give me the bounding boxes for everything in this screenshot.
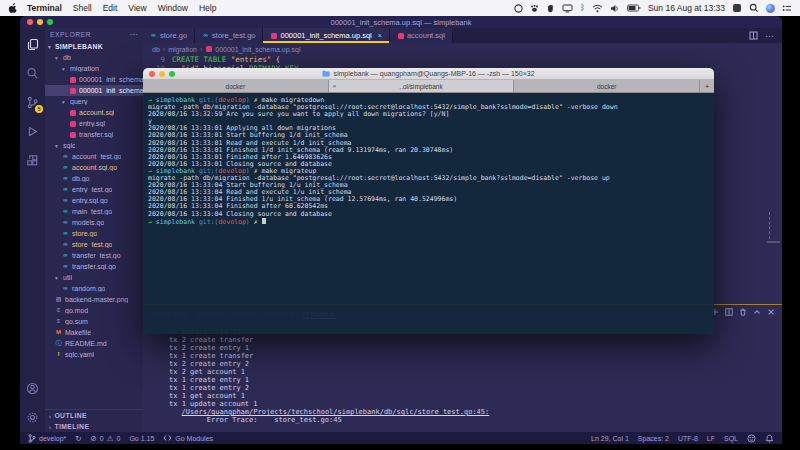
problems-indicator[interactable]: ⊘ 0 ⚠ 0 xyxy=(91,434,121,443)
feedback-smiley-icon[interactable] xyxy=(747,434,756,443)
close-window-button[interactable] xyxy=(27,19,33,25)
menu-view[interactable]: View xyxy=(128,3,146,13)
menu-extra-hand-icon[interactable] xyxy=(546,4,555,13)
settings-gear-icon[interactable] xyxy=(26,411,39,424)
status-ln-29-col-1[interactable]: Ln 29, Col 1 xyxy=(591,435,629,442)
status-lf[interactable]: LF xyxy=(707,435,715,442)
editor-tab[interactable]: 000001_init_schema.up.sql× xyxy=(263,28,389,43)
apple-menu[interactable] xyxy=(8,3,17,14)
tree-item[interactable]: account.sql xyxy=(45,107,143,118)
tree-item[interactable]: transfer.sql xyxy=(45,129,143,140)
close-panel-icon[interactable] xyxy=(767,308,775,316)
more-actions-icon[interactable]: ⋯ xyxy=(765,31,775,41)
run-debug-icon[interactable] xyxy=(26,125,39,138)
menu-window[interactable]: Window xyxy=(158,3,188,13)
menu-extra-paw-icon[interactable] xyxy=(530,4,539,13)
tree-item[interactable]: ▾query xyxy=(45,96,143,107)
wifi-icon[interactable] xyxy=(592,4,603,13)
split-terminal-icon[interactable] xyxy=(725,308,733,316)
source-control-icon[interactable]: 5 xyxy=(26,96,39,109)
volume-icon[interactable] xyxy=(610,4,620,13)
editor-tab[interactable]: ∞store.go xyxy=(143,28,195,43)
app-switcher-icon[interactable] xyxy=(732,3,742,13)
status-sql[interactable]: SQL xyxy=(724,435,738,442)
terminal-tab[interactable]: ×..ol/simplebank xyxy=(329,80,515,92)
tree-item[interactable]: MMakefile xyxy=(45,327,143,338)
tree-item[interactable]: ∞db.go xyxy=(45,173,143,184)
minimize-window-button[interactable] xyxy=(159,71,165,77)
terminal-tab[interactable]: docker xyxy=(514,80,700,92)
outline-section[interactable]: ›OUTLINE xyxy=(45,410,143,421)
tree-item[interactable]: ▾sqlc xyxy=(45,140,143,151)
git-branch-indicator[interactable]: develop* xyxy=(28,434,66,443)
menubar-clock[interactable]: Sun 16 Aug at 13:33 xyxy=(648,3,725,13)
close-window-button[interactable] xyxy=(149,71,155,77)
tree-item[interactable]: ≡go.mod xyxy=(45,305,143,316)
zoom-window-button[interactable] xyxy=(169,71,175,77)
tree-item[interactable]: ∞models.go xyxy=(45,217,143,228)
menu-edit[interactable]: Edit xyxy=(103,3,118,13)
tree-item[interactable]: ∞transfer_test.go xyxy=(45,250,143,261)
status-spaces-2[interactable]: Spaces: 2 xyxy=(638,435,669,442)
tree-item[interactable]: !sqlc.yaml xyxy=(45,349,143,360)
sync-icon[interactable]: ↻ xyxy=(75,434,81,443)
close-icon[interactable]: × xyxy=(378,32,382,39)
tree-item[interactable]: ∞entry_test.go xyxy=(45,184,143,195)
bluetooth-icon[interactable]: ᛒ xyxy=(580,4,585,12)
menu-help[interactable]: Help xyxy=(199,3,216,13)
zoom-window-button[interactable] xyxy=(47,19,53,25)
tree-item[interactable]: ⓘREADME.md xyxy=(45,338,143,349)
terminal-link[interactable]: /Users/quangpham/Projects/techschool/sim… xyxy=(169,408,782,416)
tree-item[interactable]: ▾util xyxy=(45,272,143,283)
go-modules-indicator[interactable]: Go Modules xyxy=(163,434,213,442)
close-icon[interactable]: × xyxy=(333,83,337,89)
tree-item[interactable]: ▾migration xyxy=(45,63,143,74)
maximize-panel-icon[interactable] xyxy=(753,308,761,316)
terminal-tab[interactable]: docker xyxy=(143,80,329,92)
tree-item[interactable]: 000001_init_schema.down.sql xyxy=(45,74,143,85)
editor-tab[interactable]: ∞store_test.go xyxy=(195,28,263,43)
minimize-window-button[interactable] xyxy=(37,19,43,25)
battery-icon[interactable] xyxy=(627,4,641,12)
terminal-output[interactable]: → simplebank git:(develop) ✗ make migrat… xyxy=(143,93,714,334)
split-editor-icon[interactable] xyxy=(749,31,758,40)
menu-extra-circle-icon[interactable] xyxy=(514,4,523,13)
spotlight-icon[interactable] xyxy=(749,3,759,13)
status-utf-8[interactable]: UTF-8 xyxy=(678,435,698,442)
new-tab-button[interactable]: + xyxy=(700,80,714,92)
tree-item[interactable]: ∞transfer.sql.go xyxy=(45,261,143,272)
breadcrumb-item[interactable]: migration xyxy=(168,46,197,53)
search-icon[interactable] xyxy=(26,67,39,80)
terminal-titlebar[interactable]: simplebank — quangpham@Quangs-MBP-16 — -… xyxy=(143,68,714,80)
menu-shell[interactable]: Shell xyxy=(73,3,92,13)
explorer-icon[interactable] xyxy=(26,38,39,51)
editor-tab[interactable]: account.sql xyxy=(390,28,453,43)
breadcrumb-item[interactable]: db xyxy=(152,46,160,53)
siri-icon[interactable] xyxy=(766,4,775,13)
tree-item[interactable]: ∞entry.sql.go xyxy=(45,195,143,206)
project-root-simplebank[interactable]: ▾ SIMPLEBANK xyxy=(45,41,143,52)
timeline-section[interactable]: ›TIMELINE xyxy=(45,421,143,432)
account-icon[interactable] xyxy=(26,382,39,395)
tree-item[interactable]: ≡go.sum xyxy=(45,316,143,327)
tree-item[interactable]: ▾db xyxy=(45,52,143,63)
vscode-titlebar[interactable]: 000001_init_schema.up.sql — simplebank xyxy=(20,16,782,28)
tree-item[interactable]: ▨backend-master.png xyxy=(45,294,143,305)
tree-item[interactable]: ∞store.go xyxy=(45,228,143,239)
notification-center-icon[interactable] xyxy=(782,4,792,13)
tree-item[interactable]: 000001_init_schema.up.sql xyxy=(45,85,143,96)
tree-item[interactable]: ∞account.sql.go xyxy=(45,162,143,173)
tree-item[interactable]: ∞store_test.go xyxy=(45,239,143,250)
display-icon[interactable] xyxy=(562,4,573,13)
notifications-bell-icon[interactable] xyxy=(765,434,774,443)
menu-terminal[interactable]: Terminal xyxy=(27,3,62,13)
more-actions-icon[interactable]: ⋯ xyxy=(130,32,139,38)
tree-item[interactable]: ∞main_test.go xyxy=(45,206,143,217)
tree-item[interactable]: entry.sql xyxy=(45,118,143,129)
tree-item[interactable]: ∞random.go xyxy=(45,283,143,294)
kill-terminal-icon[interactable] xyxy=(739,308,747,316)
extensions-icon[interactable] xyxy=(26,154,39,167)
breadcrumb-item[interactable]: 000001_init_schema.up.sql xyxy=(215,46,300,53)
tree-item[interactable]: ∞account_test.go xyxy=(45,151,143,162)
go-version[interactable]: Go 1.15 xyxy=(129,435,154,442)
